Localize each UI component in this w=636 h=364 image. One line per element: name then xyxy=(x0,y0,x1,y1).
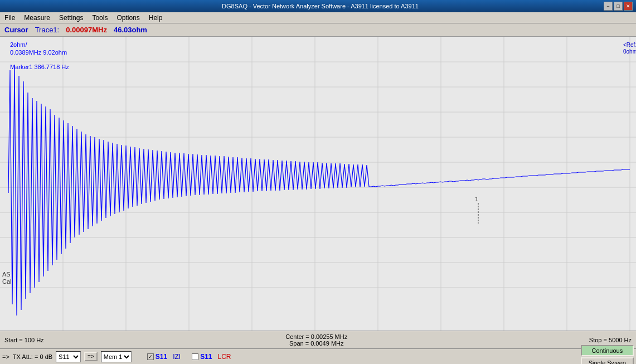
cursor-label: Cursor xyxy=(4,26,28,34)
svg-rect-0 xyxy=(0,37,636,331)
menu-options[interactable]: Options xyxy=(112,12,144,23)
s11-checkbox[interactable]: ✓ xyxy=(147,353,154,360)
restore-button[interactable]: □ xyxy=(614,2,623,11)
cursor-impedance: 46.03ohm xyxy=(114,26,147,34)
stop-freq: Stop = 5000 Hz xyxy=(589,337,632,343)
status-bar: => TX Att.: = 0 dB S11 S21 => Mem 1 Mem … xyxy=(0,348,636,364)
cursor-trace: Trace1: xyxy=(35,26,60,34)
ref-value: 0ohm xyxy=(623,48,636,55)
bottom-info-bar: Start = 100 Hz Center = 0.00255 MHz Span… xyxy=(0,331,636,348)
menu-file[interactable]: File xyxy=(0,12,20,23)
start-freq: Start = 100 Hz xyxy=(4,337,44,343)
cursor-frequency: 0.00097MHz xyxy=(66,26,107,34)
span-freq: Span = 0.0049 MHz xyxy=(289,340,344,347)
iz-label: IZI xyxy=(173,353,181,361)
window-controls[interactable]: − □ ✕ xyxy=(604,2,633,11)
plot-svg[interactable]: 1 2ohm/ 0.0389MHz 9.02ohm Marker1 386.77… xyxy=(0,37,636,331)
trace-peak-info: 0.0389MHz 9.02ohm xyxy=(10,49,67,56)
minimize-button[interactable]: − xyxy=(604,2,613,11)
ref-label: <Ref1 xyxy=(623,42,636,48)
cal-label: Cal xyxy=(2,278,12,285)
cursor-bar: Cursor Trace1: 0.00097MHz 46.03ohm xyxy=(0,23,636,37)
continuous-button[interactable]: Continuous xyxy=(581,345,634,356)
legend-s11-iz: ✓ S11 IZI xyxy=(147,353,181,361)
sweep-buttons: Continuous Single Sweep xyxy=(581,345,634,365)
title-bar: DG8SAQ - Vector Network Analyzer Softwar… xyxy=(0,0,636,12)
menu-settings[interactable]: Settings xyxy=(55,12,88,23)
scale-label: 2ohm/ xyxy=(10,41,28,48)
menu-tools[interactable]: Tools xyxy=(88,12,112,23)
marker-1-label: 1 xyxy=(475,196,478,202)
as-label: AS xyxy=(2,271,11,278)
menu-help[interactable]: Help xyxy=(144,12,167,23)
window-title: DG8SAQ - Vector Network Analyzer Softwar… xyxy=(37,3,604,9)
menu-bar: File Measure Settings Tools Options Help xyxy=(0,12,636,23)
s11-lcr-checkbox[interactable] xyxy=(192,353,198,360)
menu-measure[interactable]: Measure xyxy=(20,12,55,23)
close-button[interactable]: ✕ xyxy=(624,2,633,11)
single-sweep-button[interactable]: Single Sweep xyxy=(581,357,634,365)
mode-select[interactable]: S11 S21 xyxy=(56,351,81,362)
plot-area[interactable]: 1 2ohm/ 0.0389MHz 9.02ohm Marker1 386.77… xyxy=(0,37,636,331)
tx-att-label: TX Att.: = 0 dB xyxy=(13,353,52,360)
lcr-label: LCR xyxy=(218,353,231,361)
arrow-indicator: => xyxy=(2,353,9,360)
marker1-info: Marker1 386.7718 Hz xyxy=(10,64,69,70)
s11-lcr-s11-label: S11 xyxy=(200,353,212,361)
mode-arrow-button[interactable]: => xyxy=(84,352,98,361)
s11-label: S11 xyxy=(156,353,167,361)
legend-s11-lcr: S11 LCR xyxy=(192,353,231,361)
mem-select[interactable]: Mem 1 Mem 2 xyxy=(101,351,132,362)
center-freq: Center = 0.00255 MHz xyxy=(285,333,347,340)
